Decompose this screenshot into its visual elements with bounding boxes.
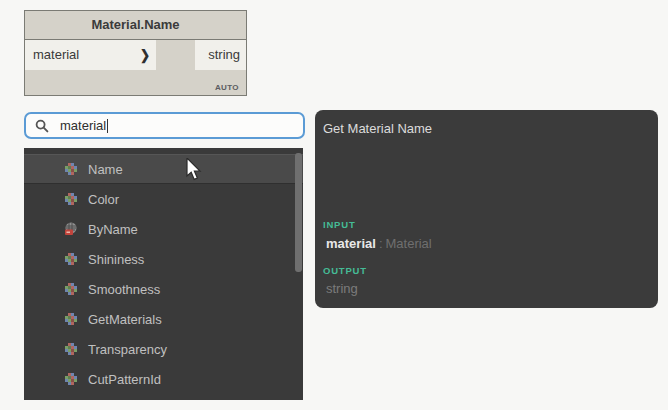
result-item-transparency[interactable]: Transparency: [24, 334, 303, 364]
material-property-icon: [64, 162, 78, 176]
result-item-label: Name: [88, 162, 123, 177]
tooltip-output-label: OUTPUT: [323, 265, 646, 276]
tooltip-input-type: Material: [386, 236, 432, 251]
tooltip-input-label: INPUT: [323, 219, 646, 230]
material-property-icon: [64, 372, 78, 386]
material-property-icon: [64, 282, 78, 296]
result-item-shininess[interactable]: Shininess: [24, 244, 303, 274]
result-item-label: ByName: [88, 222, 138, 237]
result-item-byname[interactable]: ByName: [24, 214, 303, 244]
node-title: Material.Name: [25, 11, 246, 40]
node-body-gap: [156, 40, 195, 70]
result-item-label: Transparency: [88, 342, 167, 357]
material-property-icon: [64, 312, 78, 326]
result-item-label: Shininess: [88, 252, 144, 267]
result-item-label: Smoothness: [88, 282, 160, 297]
dynamo-canvas: Material.Name material ❯ string AUTO mat…: [0, 0, 668, 410]
input-port-label: material: [33, 40, 79, 70]
lacing-auto-label[interactable]: AUTO: [215, 83, 239, 92]
dropdown-scrollbar-thumb[interactable]: [295, 153, 302, 272]
tooltip-title: Get Material Name: [323, 121, 646, 136]
input-port-material[interactable]: material ❯: [25, 40, 156, 70]
node-ports: material ❯ string: [25, 40, 246, 70]
search-input[interactable]: material: [24, 112, 305, 139]
material-byname-icon: [64, 222, 78, 236]
output-port-string[interactable]: string: [195, 40, 246, 70]
tooltip-separator: :: [376, 236, 386, 251]
tooltip-output-type: string: [323, 281, 646, 296]
chevron-right-icon: ❯: [140, 38, 156, 73]
search-icon: [35, 119, 49, 133]
result-item-smoothness[interactable]: Smoothness: [24, 274, 303, 304]
result-item-name[interactable]: Name: [24, 154, 303, 184]
result-item-cutpatternid[interactable]: CutPatternId: [24, 364, 303, 394]
result-item-label: GetMaterials: [88, 312, 162, 327]
node-description-tooltip: Get Material Name INPUT material:Materia…: [315, 110, 658, 308]
search-results-dropdown: Name Color: [24, 148, 303, 400]
result-item-getmaterials[interactable]: GetMaterials: [24, 304, 303, 334]
tooltip-input-name: material: [326, 236, 376, 251]
material-property-icon: [64, 192, 78, 206]
result-item-color[interactable]: Color: [24, 184, 303, 214]
node-footer: AUTO: [25, 70, 246, 95]
search-input-value: material: [60, 118, 106, 133]
text-caret: [107, 119, 108, 133]
material-property-icon: [64, 342, 78, 356]
tooltip-input-row: material:Material: [323, 236, 646, 251]
material-property-icon: [64, 252, 78, 266]
result-item-label: Color: [88, 192, 119, 207]
result-item-label: CutPatternId: [88, 372, 161, 387]
node-material-name[interactable]: Material.Name material ❯ string AUTO: [24, 10, 247, 96]
